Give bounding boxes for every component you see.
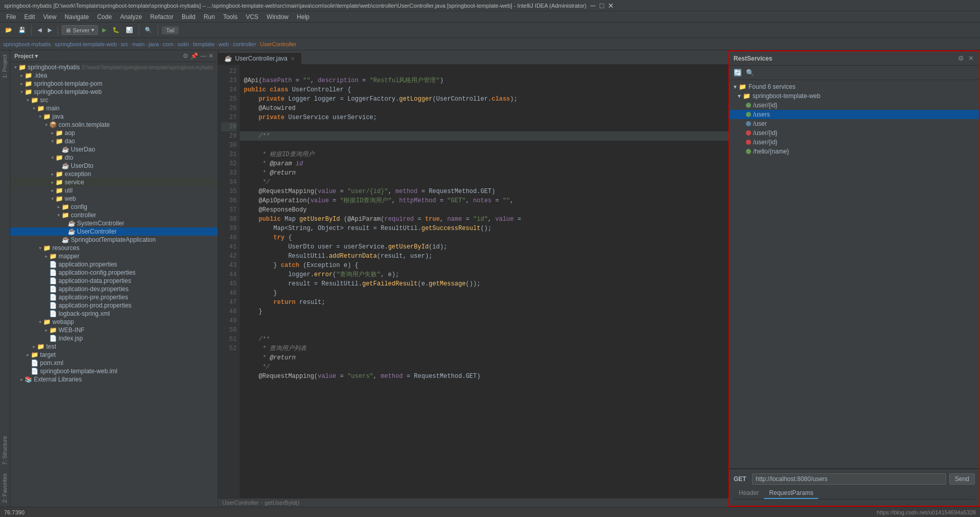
- tree-item-apppre[interactable]: 📄 application-pre.properties: [10, 293, 218, 301]
- run-coverage-btn[interactable]: 📊: [124, 26, 135, 34]
- breadcrumb-springboot-mybatis[interactable]: springboot-mybatis: [3, 41, 51, 47]
- tree-item-appdata[interactable]: 📄 application-data.properties: [10, 277, 218, 285]
- tree-item-controller[interactable]: ▾ 📁 controller: [10, 211, 218, 219]
- breadcrumb-main[interactable]: main: [132, 41, 145, 47]
- tree-item-web[interactable]: ▾ 📁 web: [10, 195, 218, 203]
- tree-item-pomxml[interactable]: 📄 pom.xml: [10, 359, 218, 367]
- tree-item-web-module[interactable]: ▾ 📁 springboot-template-web: [10, 88, 218, 96]
- request-url-input[interactable]: [752, 473, 946, 485]
- tree-item-appdev[interactable]: 📄 application-dev.properties: [10, 285, 218, 293]
- breadcrumb-template-web[interactable]: springboot-template-web: [55, 41, 117, 47]
- breadcrumb-web[interactable]: web: [219, 41, 229, 47]
- tree-item-main[interactable]: ▾ 📁 main: [10, 104, 218, 112]
- project-gear-btn[interactable]: ⚙: [183, 52, 188, 60]
- rest-settings-btn[interactable]: ⚙: [957, 53, 965, 63]
- tree-item-java[interactable]: ▾ 📁 java: [10, 112, 218, 121]
- tree-item-extlibs[interactable]: ▸ 📚 External Libraries: [10, 375, 218, 384]
- path-getuserbyid[interactable]: getUserById(): [265, 500, 300, 506]
- breadcrumb-template[interactable]: template: [193, 41, 215, 47]
- menu-view[interactable]: View: [39, 12, 61, 22]
- maximize-btn[interactable]: □: [600, 2, 604, 10]
- tree-item-systemcontroller[interactable]: ☕ SystemController: [10, 219, 218, 227]
- menu-build[interactable]: Build: [178, 12, 200, 22]
- rest-service-5[interactable]: /user/{id}: [729, 138, 979, 147]
- menu-file[interactable]: File: [2, 12, 20, 22]
- toolbar-back-btn[interactable]: ◀: [35, 26, 44, 34]
- tree-item-webapp[interactable]: ▾ 📁 webapp: [10, 318, 218, 326]
- tree-item-webinf[interactable]: ▸ 📁 WEB-INF: [10, 326, 218, 334]
- rest-service-2[interactable]: /users: [729, 110, 979, 119]
- tab-header[interactable]: Header: [734, 488, 764, 499]
- tree-item-mapper[interactable]: ▸ 📁 mapper: [10, 252, 218, 260]
- rest-search-btn[interactable]: 🔍: [745, 68, 755, 78]
- tree-item-userdto[interactable]: ☕ UserDto: [10, 162, 218, 170]
- tree-item-util[interactable]: ▸ 📁 util: [10, 186, 218, 195]
- tree-item-config[interactable]: ▸ 📁 config: [10, 203, 218, 211]
- breadcrumb-solin[interactable]: solin: [178, 41, 189, 47]
- close-btn[interactable]: ✕: [608, 2, 614, 10]
- tree-item-exception[interactable]: ▸ 📁 exception: [10, 170, 218, 178]
- rest-module-item[interactable]: ▾ 📁 springboot-template-web: [729, 91, 979, 101]
- menu-window[interactable]: Window: [262, 12, 293, 22]
- tree-item-userdao[interactable]: ☕ UserDao: [10, 145, 218, 154]
- tree-item-appprops[interactable]: 📄 application.properties: [10, 260, 218, 269]
- menu-edit[interactable]: Edit: [20, 12, 39, 22]
- tree-item-dto[interactable]: ▾ 📁 dto: [10, 154, 218, 162]
- run-btn[interactable]: ▶: [100, 26, 108, 34]
- rest-service-3[interactable]: /user: [729, 119, 979, 128]
- rest-close-btn[interactable]: ✕: [967, 53, 975, 63]
- menu-tools[interactable]: Tools: [219, 12, 242, 22]
- breadcrumb-usercontroller[interactable]: UserController: [260, 41, 296, 47]
- tree-item-logback[interactable]: 📄 logback-spring.xml: [10, 310, 218, 318]
- search-btn[interactable]: 🔍: [143, 26, 154, 34]
- code-editor[interactable]: 22 23 24 25 26 27 28 29 30 31 32 33 34 3…: [218, 65, 728, 498]
- tab-close-btn[interactable]: ✕: [291, 56, 295, 62]
- side-tab-favorites[interactable]: 2: Favorites: [0, 469, 10, 507]
- menu-vcs[interactable]: VCS: [242, 12, 263, 22]
- tree-item-aop[interactable]: ▸ 📁 aop: [10, 129, 218, 137]
- tab-requestparams[interactable]: RequestParams: [764, 488, 818, 499]
- menu-analyze[interactable]: Analyze: [116, 12, 146, 22]
- menu-code[interactable]: Code: [93, 12, 116, 22]
- project-pin-btn[interactable]: 📌: [190, 52, 198, 60]
- tree-item-appprod[interactable]: 📄 application-prod.properties: [10, 301, 218, 310]
- breadcrumb-com[interactable]: com: [163, 41, 174, 47]
- tab-usercontroller[interactable]: ☕ UserController.java ✕: [218, 52, 301, 64]
- breadcrumb-controller[interactable]: controller: [233, 41, 256, 47]
- side-tab-structure[interactable]: 7: Structure: [0, 432, 10, 469]
- side-tab-project[interactable]: 1: Project: [0, 50, 10, 82]
- menu-help[interactable]: Help: [293, 12, 314, 22]
- tail-btn[interactable]: Tail: [162, 26, 179, 34]
- breadcrumb-src[interactable]: src: [121, 41, 128, 47]
- tree-item-webiml[interactable]: 📄 springboot-template-web.iml: [10, 367, 218, 375]
- toolbar-open-btn[interactable]: 📂: [3, 26, 14, 34]
- rest-refresh-btn[interactable]: 🔄: [733, 68, 743, 78]
- tree-item-test[interactable]: ▸ 📁 test: [10, 342, 218, 351]
- code-content[interactable]: @Api(basePath = "", description = "Restf…: [240, 65, 728, 498]
- tree-item-usercontroller[interactable]: ☕ UserController: [10, 227, 218, 236]
- tree-item-appconfig[interactable]: 📄 application-config.properties: [10, 269, 218, 277]
- menu-navigate[interactable]: Navigate: [61, 12, 93, 22]
- debug-btn[interactable]: 🐛: [110, 26, 122, 34]
- toolbar-forward-btn[interactable]: ▶: [46, 26, 54, 34]
- tree-item-target[interactable]: ▸ 📁 target: [10, 351, 218, 359]
- menu-refactor[interactable]: Refactor: [146, 12, 178, 22]
- tree-item-dao[interactable]: ▾ 📁 dao: [10, 137, 218, 145]
- tree-item-indexjsp[interactable]: 📄 index.jsp: [10, 334, 218, 342]
- rest-service-6[interactable]: /hello/{name}: [729, 147, 979, 156]
- project-collapse-btn[interactable]: —: [200, 52, 206, 60]
- project-close-btn[interactable]: ✕: [208, 52, 214, 60]
- send-request-btn[interactable]: Send: [949, 473, 975, 485]
- tree-item-pom-module[interactable]: ▸ 📁 springboot-template-pom: [10, 80, 218, 88]
- tree-item-package[interactable]: ▾ 📦 com.solin.template: [10, 121, 218, 129]
- toolbar-save-btn[interactable]: 💾: [16, 26, 28, 34]
- menu-run[interactable]: Run: [200, 12, 219, 22]
- breadcrumb-java[interactable]: java: [148, 41, 159, 47]
- tree-item-resources[interactable]: ▾ 📁 resources: [10, 244, 218, 252]
- window-controls[interactable]: ─ □ ✕: [590, 2, 614, 10]
- rest-service-1[interactable]: /user/{id}: [729, 101, 979, 110]
- tree-item-service[interactable]: ▸ 📁 service: [10, 178, 218, 186]
- tree-item-root[interactable]: ▾ 📁 springboot-mybatis D:\work\Template\…: [10, 63, 218, 71]
- tree-item-idea[interactable]: ▸ 📁 .idea: [10, 71, 218, 80]
- minimize-btn[interactable]: ─: [590, 2, 595, 10]
